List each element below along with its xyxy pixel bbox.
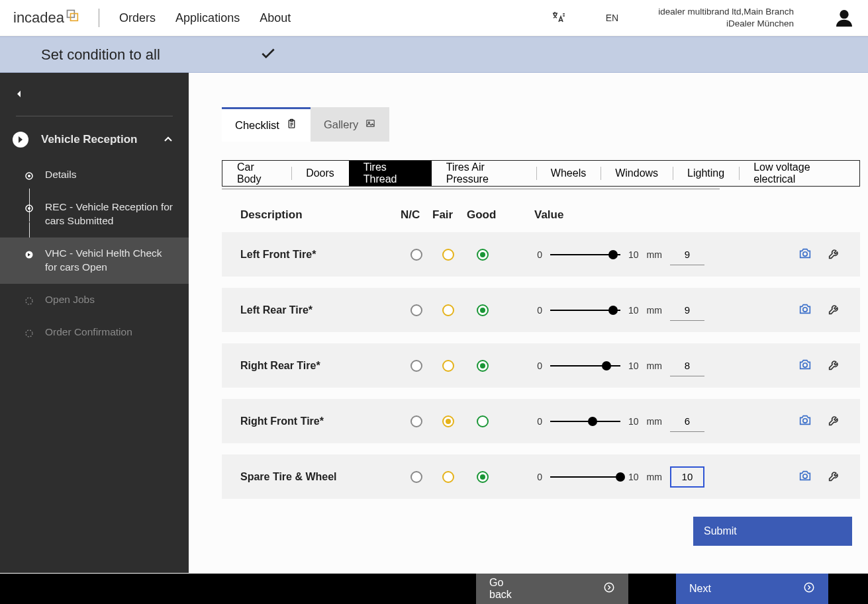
step-dot-icon [25,202,33,210]
value-input[interactable] [670,355,704,376]
sidebar: Vehicle Reception Details REC - Vehicle … [0,73,189,573]
next-button[interactable]: Next [676,574,828,604]
row-description: Spare Tire & Wheel [240,471,401,483]
radio-good[interactable] [477,304,489,316]
svg-point-19 [803,474,807,478]
next-label: Next [689,583,711,595]
cat-low-voltage[interactable]: Low voltage electrical [739,161,859,186]
category-scrollbar[interactable] [222,188,860,190]
tab-label: Checklist [235,119,279,132]
chevron-up-icon [164,135,173,144]
cat-tires-air[interactable]: Tires Air Pressure [432,161,536,186]
slider-track[interactable] [550,421,620,422]
circle-arrow-right-icon [803,582,815,596]
logo-text: incadea [13,9,64,26]
sidebar-item-label: REC - Vehicle Reception for cars Submitt… [45,200,175,228]
radio-nc[interactable] [410,304,422,316]
sidebar-item-order-confirmation[interactable]: Order Confirmation [25,316,189,349]
sidebar-list: Details REC - Vehicle Reception for cars… [0,159,189,348]
value-input[interactable] [670,244,704,265]
slider-handle[interactable] [616,472,625,482]
slider-handle[interactable] [602,361,611,370]
camera-icon[interactable] [798,413,812,430]
wrench-icon[interactable] [827,468,842,486]
table-row: Right Front Tire*010mm [222,399,860,443]
slider-area: 010mm [533,466,704,488]
radio-fair[interactable] [442,471,454,483]
slider-track[interactable] [550,310,620,311]
org-info: idealer multibrand ltd,Main Branch iDeal… [658,6,794,29]
camera-icon[interactable] [798,357,812,374]
nav-applications[interactable]: Applications [175,11,240,25]
svg-point-2 [840,10,848,19]
cat-car-body[interactable]: Car Body [222,161,291,186]
tab-checklist[interactable]: Checklist [222,107,311,142]
wrench-icon[interactable] [827,413,842,430]
row-description: Left Rear Tire* [240,304,401,316]
row-description: Left Front Tire* [240,249,401,261]
svg-point-20 [604,583,614,592]
slider-area: 010mm [533,300,704,321]
radio-good[interactable] [477,415,489,427]
nav-orders[interactable]: Orders [119,11,156,25]
slider-handle[interactable] [588,417,597,426]
radio-nc[interactable] [410,360,422,372]
value-input[interactable] [670,300,704,321]
slider-handle[interactable] [608,250,618,259]
camera-icon[interactable] [798,302,812,319]
logo-icon [66,9,79,22]
cat-tires-thread[interactable]: Tires Thread [349,161,432,186]
go-back-button[interactable]: Go back [476,574,628,604]
table-row: Left Front Tire*010mm [222,232,860,277]
radio-fair[interactable] [442,360,454,372]
camera-icon[interactable] [798,246,812,263]
cat-windows[interactable]: Windows [601,161,673,186]
nav-about[interactable]: About [260,11,291,25]
radio-fair[interactable] [442,304,454,316]
slider-track[interactable] [550,254,620,255]
slider-area: 010mm [533,355,704,376]
radio-good[interactable] [477,471,489,483]
wrench-icon[interactable] [827,246,842,263]
cat-wheels[interactable]: Wheels [536,161,601,186]
cat-doors[interactable]: Doors [291,161,349,186]
radio-good[interactable] [477,249,489,261]
avatar-icon[interactable] [834,7,855,28]
tab-gallery[interactable]: Gallery [311,107,389,142]
slider-min: 0 [533,472,542,482]
wrench-icon[interactable] [827,357,842,374]
translate-icon[interactable] [550,10,566,26]
logo[interactable]: incadea [13,9,79,26]
sidebar-item-rec[interactable]: REC - Vehicle Reception for cars Submitt… [25,191,189,237]
radio-nc[interactable] [410,249,422,261]
slider-max: 10 [628,249,639,260]
sidebar-title: Vehicle Reception [41,133,152,146]
slider-handle[interactable] [608,306,618,315]
cat-lighting[interactable]: Lighting [673,161,739,186]
slider-track[interactable] [550,476,620,478]
submit-button[interactable]: Submit [693,517,852,546]
wrench-icon[interactable] [827,302,842,319]
radio-nc[interactable] [410,471,422,483]
radio-fair[interactable] [442,415,454,427]
radio-good[interactable] [477,360,489,372]
org-line2: iDealer München [658,18,794,30]
sidebar-item-details[interactable]: Details [25,159,189,191]
sidebar-title-row[interactable]: Vehicle Reception [0,116,189,159]
sidebar-item-open-jobs[interactable]: Open Jobs [25,284,189,316]
value-input[interactable] [670,411,704,432]
image-icon [365,118,376,132]
back-arrow-icon[interactable] [16,88,23,95]
camera-icon[interactable] [798,468,812,486]
check-icon[interactable] [260,45,277,65]
radio-fair[interactable] [442,249,454,261]
language-label[interactable]: EN [606,13,618,23]
sidebar-item-vhc[interactable]: VHC - Vehicl Helth Check for cars Open [0,237,189,284]
sidebar-item-label: Order Confirmation [45,325,132,339]
slider-max: 10 [628,416,639,427]
value-input[interactable] [670,466,704,488]
tab-label: Gallery [324,118,358,131]
radio-nc[interactable] [410,415,422,427]
slider-track[interactable] [550,365,620,367]
slider-max: 10 [628,472,639,482]
